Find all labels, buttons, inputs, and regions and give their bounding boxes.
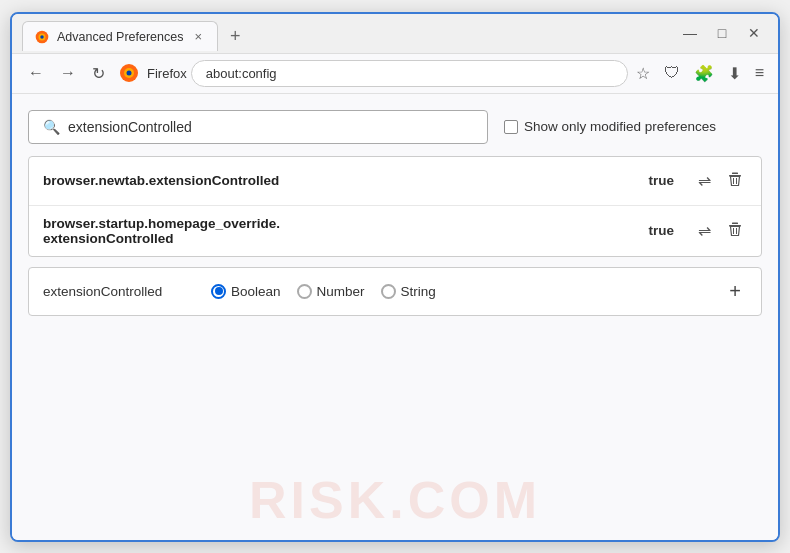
tab-title: Advanced Preferences [57,30,183,44]
delete-button-2[interactable] [723,217,747,245]
menu-icon[interactable]: ≡ [751,60,768,86]
browser-window: Advanced Preferences × + — □ ✕ ← → ↻ Fir… [10,12,780,542]
forward-button[interactable]: → [54,60,82,86]
bookmark-icon[interactable]: ☆ [632,60,654,87]
window-controls: — □ ✕ [676,22,768,50]
address-text: about:config [206,66,277,81]
minimize-button[interactable]: — [676,22,704,44]
watermark: RISK.COM [249,470,541,530]
toggle-button-1[interactable]: ⇌ [694,167,715,194]
maximize-button[interactable]: □ [708,22,736,44]
radio-boolean[interactable]: Boolean [211,284,281,299]
radio-number[interactable]: Number [297,284,365,299]
pref-value-1: true [648,173,686,188]
back-button[interactable]: ← [22,60,50,86]
radio-string-circle [381,284,396,299]
pref-actions-1: ⇌ [694,167,747,195]
svg-point-2 [40,35,44,39]
radio-boolean-circle [211,284,226,299]
radio-string[interactable]: String [381,284,436,299]
delete-icon-2 [727,221,743,237]
type-radio-group: Boolean Number String [211,284,715,299]
toggle-button-2[interactable]: ⇌ [694,217,715,244]
search-box[interactable]: 🔍 extensionControlled [28,110,488,144]
title-bar: Advanced Preferences × + — □ ✕ [12,14,778,54]
firefox-icon [119,63,139,83]
download-icon[interactable]: ⬇ [724,60,745,87]
search-icon: 🔍 [43,119,60,135]
show-modified-area: Show only modified preferences [504,119,716,134]
show-modified-label: Show only modified preferences [524,119,716,134]
pref-name-1: browser.newtab.extensionControlled [43,173,640,188]
table-row: browser.newtab.extensionControlled true … [29,157,761,206]
search-input[interactable]: extensionControlled [68,119,473,135]
nav-bar: ← → ↻ Firefox about:config ☆ 🛡 🧩 ⬇ ≡ [12,54,778,94]
delete-icon-1 [727,171,743,187]
refresh-button[interactable]: ↻ [86,60,111,87]
extension-icon[interactable]: 🧩 [690,60,718,87]
active-tab[interactable]: Advanced Preferences × [22,21,218,51]
table-row: browser.startup.homepage_override. exten… [29,206,761,256]
shield-icon[interactable]: 🛡 [660,60,684,86]
preferences-table: browser.newtab.extensionControlled true … [28,156,762,257]
delete-button-1[interactable] [723,167,747,195]
add-preference-button[interactable]: + [723,278,747,305]
svg-rect-11 [732,222,738,224]
pref-actions-2: ⇌ [694,217,747,245]
add-preference-row: extensionControlled Boolean Number Strin… [28,267,762,316]
show-modified-checkbox[interactable] [504,120,518,134]
tab-favicon [35,30,49,44]
pref-value-2: true [648,223,686,238]
radio-number-circle [297,284,312,299]
search-area: 🔍 extensionControlled Show only modified… [28,110,762,144]
address-bar[interactable]: about:config [191,60,628,87]
pref-name-2: browser.startup.homepage_override. exten… [43,216,640,246]
close-button[interactable]: ✕ [740,22,768,44]
nav-icons: ☆ 🛡 🧩 ⬇ ≡ [632,60,768,87]
new-pref-name: extensionControlled [43,284,203,299]
svg-rect-7 [732,172,738,174]
browser-name-label: Firefox [147,66,187,81]
content-area: 🔍 extensionControlled Show only modified… [12,94,778,540]
svg-point-5 [127,71,132,76]
tab-close-button[interactable]: × [191,28,205,45]
new-tab-button[interactable]: + [222,24,249,49]
